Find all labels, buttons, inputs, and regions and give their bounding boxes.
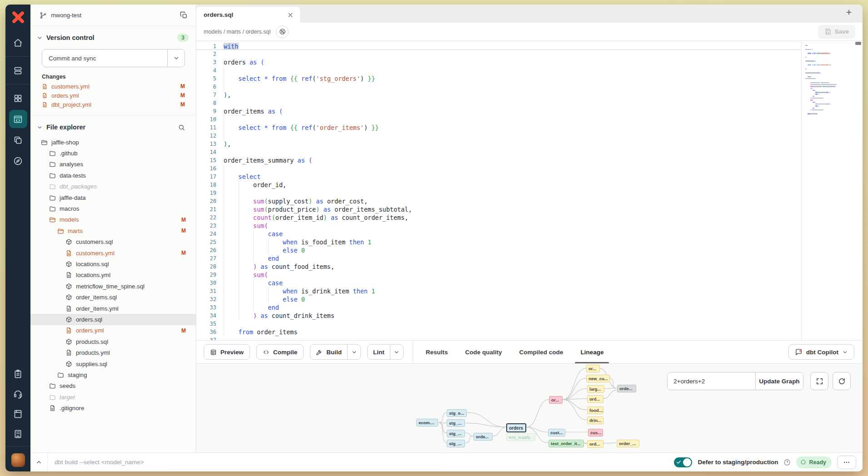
file-tree-item-jaffle-data[interactable]: jaffle-data	[30, 192, 196, 203]
compile-button[interactable]: Compile	[256, 344, 304, 360]
lineage-node-test_order_it[interactable]: test_order_it...	[549, 440, 584, 447]
close-tab-icon[interactable]	[287, 12, 294, 18]
tab-orders-sql[interactable]: orders.sql	[196, 7, 300, 23]
preview-button[interactable]: Preview	[204, 344, 250, 360]
file-tree-item-staging[interactable]: staging	[30, 369, 196, 380]
code-line-8[interactable]: 8	[196, 99, 801, 107]
changed-file-orders.yml[interactable]: orders.ymlM	[30, 91, 196, 100]
dbt-logo-icon[interactable]	[10, 9, 27, 26]
build-button[interactable]: Build	[310, 345, 347, 359]
code-line-31[interactable]: 31 when is_drink_item then 1	[196, 287, 801, 295]
lineage-node-ord[interactable]: ord...	[587, 440, 604, 448]
file-tree-item-data-tests[interactable]: data-tests	[30, 170, 196, 181]
code-line-27[interactable]: 27 end	[196, 254, 801, 263]
editor-minimap[interactable]	[801, 41, 863, 340]
lineage-node-cus[interactable]: cus...	[588, 429, 603, 436]
lint-options-dropdown[interactable]	[390, 345, 403, 359]
duplicate-icon[interactable]	[180, 11, 188, 19]
file-tree-item-products.yml[interactable]: products.yml	[30, 347, 196, 358]
lineage-node-stg_[interactable]: stg_...	[447, 430, 465, 437]
rail-item-docs[interactable]	[9, 405, 27, 423]
file-tree-item-customers.sql[interactable]: customers.sql	[30, 237, 196, 248]
file-tree-item-locations.sql[interactable]: locations.sql	[30, 258, 196, 269]
command-input-placeholder[interactable]: dbt build --select <model_name>	[55, 459, 144, 466]
tab-lineage[interactable]: Lineage	[579, 341, 604, 363]
file-tree-item-orders.yml[interactable]: orders.ymlM	[30, 325, 196, 336]
defer-toggle[interactable]	[674, 457, 692, 467]
code-line-5[interactable]: 5 select * from {{ ref('stg_orders') }}	[196, 74, 801, 83]
lineage-node-stg_[interactable]: stg_...	[447, 440, 465, 447]
code-line-1[interactable]: 1with	[196, 42, 801, 50]
code-line-3[interactable]: 3orders as (	[196, 58, 801, 66]
dbt-copilot-button[interactable]: dbt Copilot	[788, 344, 854, 360]
user-avatar[interactable]	[11, 453, 25, 467]
file-tree-item-customers.yml[interactable]: customers.ymlM	[30, 248, 196, 258]
lineage-node-orde[interactable]: orde...	[474, 433, 493, 441]
file-tree-item-orders.sql[interactable]: orders.sql	[30, 314, 196, 325]
code-editor[interactable]: 1with23orders as (45 select * from {{ re…	[196, 41, 863, 340]
code-line-30[interactable]: 30 case	[196, 279, 801, 287]
code-line-7[interactable]: 7),	[196, 91, 801, 99]
tab-code-quality[interactable]: Code quality	[464, 341, 503, 363]
rail-item-explore[interactable]	[9, 152, 27, 170]
lineage-node-ecom[interactable]: ecom....	[416, 419, 438, 426]
code-line-24[interactable]: 24 case	[196, 230, 801, 238]
file-tree-item-target[interactable]: target	[30, 392, 196, 402]
code-line-29[interactable]: 29 sum(	[196, 271, 801, 279]
code-line-28[interactable]: 28 ) as count_food_items,	[196, 263, 801, 271]
code-line-37[interactable]: 37	[196, 336, 801, 340]
expand-command-bar-button[interactable]	[30, 453, 48, 471]
code-line-10[interactable]: 10	[196, 115, 801, 124]
rail-item-projects[interactable]	[9, 131, 27, 149]
changed-file-dbt_project.yml[interactable]: dbt_project.ymlM	[30, 100, 196, 109]
code-line-26[interactable]: 26 else 0	[196, 246, 801, 254]
rail-item-organization[interactable]	[9, 425, 27, 443]
code-line-35[interactable]: 35	[196, 320, 801, 328]
lineage-node-stg_o[interactable]: stg_o...	[447, 409, 467, 417]
code-line-32[interactable]: 32 else 0	[196, 295, 801, 303]
file-tree-item-dbt_packages[interactable]: dbt_packages	[30, 181, 196, 192]
changed-file-customers.yml[interactable]: customers.ymlM	[30, 82, 196, 91]
file-tree-item-metricflow_time_spine.sql[interactable]: metricflow_time_spine.sql	[30, 281, 196, 292]
code-line-36[interactable]: 36 from order_items	[196, 328, 801, 336]
file-tree-item-order_items.sql[interactable]: order_items.sql	[30, 292, 196, 302]
code-line-11[interactable]: 11 select * from {{ ref('order_items') }…	[196, 124, 801, 132]
editor-scrollbar[interactable]	[855, 42, 861, 45]
view-lineage-button[interactable]	[276, 25, 289, 38]
code-line-23[interactable]: 23 sum(	[196, 222, 801, 230]
code-line-20[interactable]: 20 sum(supply_cost) as order_cost,	[196, 197, 801, 205]
more-options-button[interactable]	[837, 456, 856, 469]
rail-item-tasks[interactable]	[9, 365, 27, 383]
code-line-22[interactable]: 22 count(order_item_id) as count_order_i…	[196, 213, 801, 222]
code-line-34[interactable]: 34 ) as count_drink_items	[196, 312, 801, 320]
update-graph-button[interactable]: Update Graph	[755, 372, 803, 390]
file-tree-item-supplies.sql[interactable]: supplies.sql	[30, 358, 196, 369]
code-line-33[interactable]: 33 end	[196, 303, 801, 312]
file-tree-item-order_items.yml[interactable]: order_items.yml	[30, 303, 196, 314]
lineage-node-drin[interactable]: drin...	[587, 416, 604, 424]
file-tree-item-macros[interactable]: macros	[30, 203, 196, 214]
build-options-dropdown[interactable]	[347, 345, 360, 359]
lineage-node-or[interactable]: or...	[549, 396, 563, 404]
code-line-25[interactable]: 25 when is_food_item then 1	[196, 238, 801, 246]
file-tree-item-.gitignore[interactable]: .gitignore	[30, 402, 196, 413]
tab-results[interactable]: Results	[425, 341, 449, 363]
commit-and-sync-button[interactable]: Commit and sync	[42, 49, 185, 67]
version-control-header[interactable]: Version control 3	[30, 30, 196, 45]
rail-item-support[interactable]	[9, 385, 27, 403]
file-tree-item-.github[interactable]: .github	[30, 148, 196, 159]
lineage-node-food[interactable]: food....	[587, 407, 604, 414]
code-line-18[interactable]: 18 order_id,	[196, 181, 801, 189]
file-tree-item-products.sql[interactable]: products.sql	[30, 336, 196, 347]
lineage-node-cust[interactable]: cust...	[548, 429, 565, 436]
code-line-17[interactable]: 17 select	[196, 173, 801, 181]
rail-item-deploy[interactable]	[9, 61, 27, 79]
lineage-filter-input[interactable]	[668, 372, 755, 390]
file-tree-item-models[interactable]: modelsM	[30, 214, 196, 225]
rail-item-home[interactable]	[9, 34, 27, 52]
file-tree-item-jaffle-shop[interactable]: jaffle-shop	[30, 137, 196, 148]
lineage-node-order_[interactable]: order_...	[617, 440, 639, 447]
info-icon[interactable]	[783, 459, 791, 466]
file-tree-item-analyses[interactable]: analyses	[30, 159, 196, 170]
fullscreen-button[interactable]	[810, 372, 828, 390]
